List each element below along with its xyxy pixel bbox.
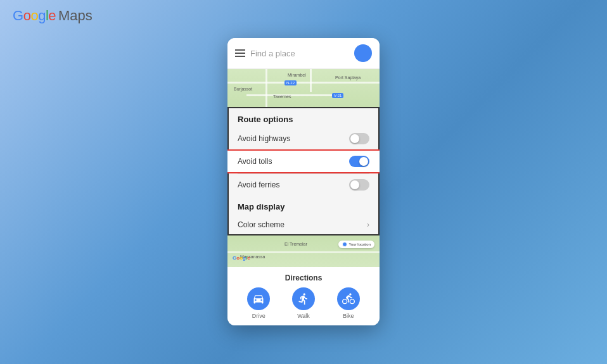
phone-frame: Find a place Mirambel Burjassot Tavernes… [227, 38, 380, 325]
color-scheme-row[interactable]: Color scheme › [229, 215, 378, 234]
search-bar: Find a place [227, 38, 380, 69]
map-bottom: El Tremolar Massanassa Your location Goo… [227, 235, 380, 267]
color-scheme-label: Color scheme [238, 220, 284, 229]
avoid-highways-knob [350, 134, 359, 143]
map-label-mirambel: Mirambel [288, 73, 306, 77]
search-bar-left: Find a place [235, 49, 295, 58]
avoid-ferries-toggle[interactable] [349, 179, 369, 191]
avoid-tolls-label: Avoid tolls [238, 157, 272, 166]
google-small-logo: Google [233, 251, 250, 262]
your-location-label: Your location [349, 242, 371, 246]
google-wordmark: Google [13, 8, 56, 24]
directions-title: Directions [236, 273, 371, 282]
app-logo: Google Maps [13, 8, 93, 24]
avoid-tolls-row: Avoid tolls [227, 149, 380, 173]
map-road-tag: V-21 [332, 93, 343, 98]
avoid-ferries-label: Avoid ferries [238, 180, 279, 189]
bike-circle [337, 287, 360, 310]
avoid-tolls-toggle[interactable] [349, 156, 369, 167]
car-icon [252, 292, 265, 305]
avoid-highways-label: Avoid highways [238, 134, 290, 143]
map-label-tavernes: Tavernes [273, 94, 291, 99]
location-dot [342, 242, 347, 247]
search-placeholder[interactable]: Find a place [250, 49, 295, 58]
avoid-highways-toggle[interactable] [349, 133, 369, 144]
map-top: Mirambel Burjassot Tavernes Port Saplaya… [227, 69, 380, 107]
walk-icon [297, 292, 310, 305]
your-location-badge: Your location [338, 241, 374, 248]
bike-label: Bike [343, 313, 354, 319]
directions-icons: Drive Walk Bike [236, 287, 371, 319]
drive-label: Drive [252, 313, 265, 319]
avoid-highways-row: Avoid highways [229, 128, 378, 149]
drive-circle [247, 287, 270, 310]
bike-option[interactable]: Bike [337, 287, 360, 319]
map-label-burjassot: Burjassot [234, 87, 252, 91]
chevron-right-icon: › [367, 220, 369, 229]
walk-circle [292, 287, 315, 310]
route-options-title: Route options [229, 108, 378, 128]
drive-option[interactable]: Drive [247, 287, 270, 319]
map-display-title: Map display [229, 196, 378, 215]
hamburger-menu-icon[interactable] [235, 49, 245, 57]
user-avatar[interactable] [354, 44, 372, 62]
avoid-ferries-row: Avoid ferries [229, 174, 378, 196]
avoid-ferries-knob [350, 180, 359, 189]
walk-option[interactable]: Walk [292, 287, 315, 319]
map-label-el-tremolar: El Tremolar [284, 242, 307, 246]
map-label-port-saplaya: Port Saplaya [335, 75, 361, 80]
map-highway-tag: N-22 [284, 80, 297, 85]
directions-panel: Directions Drive Walk [227, 267, 380, 325]
maps-wordmark: Maps [58, 8, 93, 24]
walk-label: Walk [297, 313, 310, 319]
avoid-tolls-knob [359, 157, 368, 166]
bike-icon [342, 292, 355, 305]
settings-panel: Route options Avoid highways Avoid tolls… [227, 107, 380, 235]
